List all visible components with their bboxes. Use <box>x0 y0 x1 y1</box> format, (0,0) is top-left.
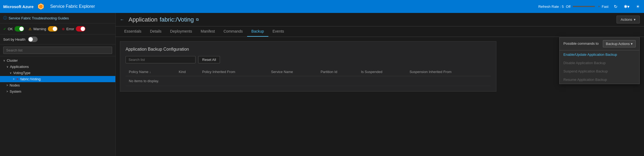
error-icon: ⊗ <box>62 27 65 31</box>
tree-item-label: fabric:/Voting <box>20 77 41 81</box>
table-header: Policy Inherited From <box>199 68 268 76</box>
error-toggle[interactable] <box>76 26 86 32</box>
chevron-icon: > <box>6 90 8 93</box>
main-layout: ⓘ Service Fabric Troubleshooting Guides … <box>0 13 644 156</box>
error-label: Error <box>66 27 74 31</box>
tree-item[interactable]: >✕fabric:/Voting <box>0 76 115 82</box>
sort-arrow-icon[interactable]: ↓ <box>150 70 151 74</box>
tab-commands[interactable]: Commands <box>219 26 247 37</box>
refresh-rate-label: Refresh Rate : 5 <box>538 5 564 9</box>
back-arrow[interactable]: ← <box>120 17 124 22</box>
backup-actions-button[interactable]: Backup Actions ▾ <box>603 40 636 47</box>
sort-label: Sort by Health <box>3 37 25 41</box>
tree-item[interactable]: ∨Cluster <box>0 57 115 64</box>
backup-search-row: Reset All <box>126 56 491 63</box>
dropdown-label-text: Possible commands to <box>563 41 599 46</box>
app-title: Service Fabric Explorer <box>50 4 95 9</box>
content-area: ← Application fabric:/Voting ⧉ Actions ▾… <box>116 13 644 156</box>
chevron-icon: ∨ <box>6 65 8 68</box>
brand-label: Microsoft Azure <box>3 4 34 9</box>
backup-actions-chevron: ▾ <box>631 42 633 46</box>
warning-toggle[interactable] <box>48 26 58 32</box>
backup-search-input[interactable] <box>126 56 195 63</box>
warning-icon: ⚠ <box>29 27 32 31</box>
dropdown-menu-item[interactable]: Enable/Update Application Backup <box>560 50 639 59</box>
tree-item-label: VotingType <box>13 71 30 75</box>
off-label: Off <box>566 5 571 9</box>
tree-item[interactable]: >System <box>0 88 115 95</box>
guides-label: Service Fabric Troubleshooting Guides <box>9 16 69 20</box>
tree-item[interactable]: >Nodes <box>0 82 115 88</box>
tree-item[interactable]: ∨Applications <box>0 64 115 70</box>
sidebar-tree: ∨Cluster∨Applications∨VotingType>✕fabric… <box>0 56 115 156</box>
top-nav-right: Refresh Rate : 5 Off Fast ↻ ✱▾ ☀ <box>538 3 641 10</box>
ok-label: OK <box>8 27 13 31</box>
backup-config-title: Application Backup Configuration <box>126 47 491 52</box>
content-tabs: EssentialsDetailsDeploymentsManifestComm… <box>116 26 644 37</box>
tree-item[interactable]: ∨VotingType <box>0 70 115 76</box>
warning-label: Warning <box>33 27 46 31</box>
dropdown-panel: Possible commands to Backup Actions ▾ En… <box>559 37 640 84</box>
table-header: Policy Name↓ <box>126 68 176 76</box>
sidebar-guides: ⓘ Service Fabric Troubleshooting Guides <box>0 13 115 23</box>
backup-table: Policy Name↓KindPolicy Inherited FromSer… <box>126 68 491 86</box>
table-header-row: Policy Name↓KindPolicy Inherited FromSer… <box>126 68 491 76</box>
sort-toggle[interactable] <box>28 37 38 42</box>
tree-item-label: Applications <box>10 65 29 69</box>
table-header: Partition Id <box>317 68 358 76</box>
tab-deployments[interactable]: Deployments <box>166 26 197 37</box>
app-title-name: fabric:/Voting <box>160 16 194 23</box>
actions-chevron: ▾ <box>634 18 636 22</box>
table-header: Service Name <box>268 68 317 76</box>
tree-item-label: Nodes <box>10 83 20 87</box>
tab-essentials[interactable]: Essentials <box>120 26 146 37</box>
tab-events[interactable]: Events <box>268 26 289 37</box>
reset-all-button[interactable]: Reset All <box>198 56 220 63</box>
fast-label: Fast <box>602 5 609 9</box>
backup-config-card: Application Backup Configuration Reset A… <box>120 41 496 92</box>
dropdown-menu-item: Suspend Application Backup <box>560 67 639 75</box>
azure-logo <box>37 2 45 11</box>
chevron-icon: ∨ <box>3 59 5 62</box>
dropdown-menu-item: Disable Application Backup <box>560 59 639 67</box>
table-empty-row: No items to display. <box>126 76 491 86</box>
sidebar: ⓘ Service Fabric Troubleshooting Guides … <box>0 13 116 156</box>
sidebar-search-input[interactable] <box>3 47 112 54</box>
copy-icon[interactable]: ⧉ <box>196 17 199 22</box>
table-header: Suspension Inherited From <box>406 68 491 76</box>
tree-item-label: Cluster <box>7 58 18 63</box>
tab-details[interactable]: Details <box>146 26 166 37</box>
table-header: Kind <box>176 68 199 76</box>
theme-button[interactable]: ☀ <box>635 3 641 10</box>
table-empty-message: No items to display. <box>126 76 491 86</box>
tab-backup[interactable]: Backup <box>247 26 268 37</box>
info-icon: ⓘ <box>3 16 7 20</box>
error-filter: ⊗ Error <box>62 26 86 32</box>
error-x-icon: ✕ <box>16 77 19 81</box>
table-header: Is Suspended <box>358 68 406 76</box>
refresh-section: Refresh Rate : 5 Off Fast <box>538 5 609 9</box>
app-title-prefix: Application <box>129 16 158 23</box>
top-nav: Microsoft Azure Service Fabric Explorer … <box>0 0 644 13</box>
ok-filter: ✔ OK <box>3 26 24 32</box>
chevron-icon: ∨ <box>10 71 12 74</box>
chevron-icon: > <box>13 78 15 81</box>
settings-button[interactable]: ✱▾ <box>623 3 631 10</box>
refresh-button[interactable]: ↻ <box>613 3 618 10</box>
dropdown-menu: Enable/Update Application BackupDisable … <box>560 50 639 84</box>
sidebar-search-container <box>0 44 115 56</box>
actions-button[interactable]: Actions ▾ <box>617 16 640 23</box>
content-header: ← Application fabric:/Voting ⧉ Actions ▾ <box>116 13 644 26</box>
refresh-slider[interactable] <box>573 6 600 7</box>
chevron-icon: > <box>6 84 8 87</box>
tree-item-label: System <box>10 89 21 93</box>
warning-filter: ⚠ Warning <box>29 26 58 32</box>
tab-manifest[interactable]: Manifest <box>196 26 219 37</box>
dropdown-menu-item: Resume Application Backup <box>560 75 639 84</box>
sidebar-filters: ✔ OK ⚠ Warning ⊗ Error <box>0 23 115 34</box>
ok-toggle[interactable] <box>15 26 24 32</box>
dropdown-header: Possible commands to Backup Actions ▾ <box>560 37 639 50</box>
dropdown-label: Possible commands to <box>563 41 599 46</box>
ok-icon: ✔ <box>3 27 6 31</box>
sidebar-sort: Sort by Health <box>0 34 115 44</box>
